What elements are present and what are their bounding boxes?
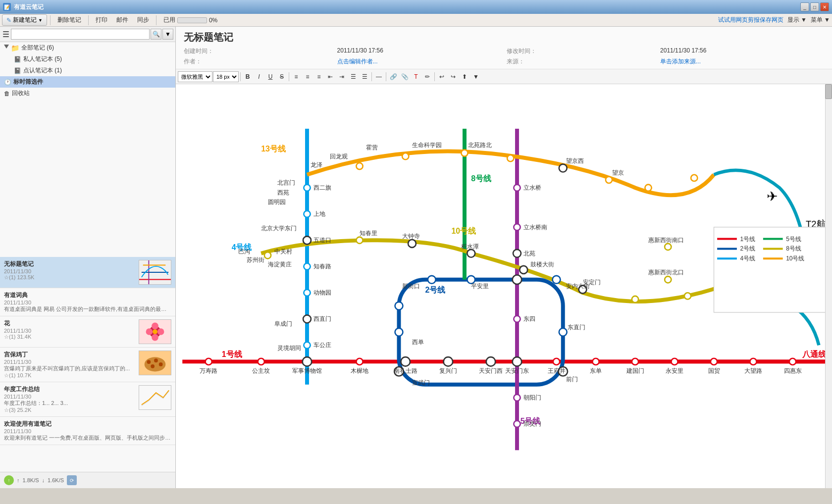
- link-button[interactable]: 🔗: [388, 71, 399, 82]
- note-item-left-5: 欢迎使用有道笔记 2011/11/30 欢迎来到有道笔记 一一免费,可在桌面版、…: [4, 420, 171, 442]
- note-title-display: 无标题笔记: [184, 31, 824, 44]
- font-size-select[interactable]: 18 px 12 px 14 px 16 px 24 px: [213, 71, 239, 82]
- hamburger-menu-icon[interactable]: [2, 30, 10, 38]
- italic-button[interactable]: I: [254, 71, 264, 82]
- svg-point-10: [157, 328, 164, 335]
- note-date-0: 2011/11/30: [4, 268, 136, 274]
- new-note-button[interactable]: ✎ 新建笔记 ▼: [2, 14, 47, 26]
- print-button[interactable]: 打印: [92, 15, 111, 25]
- svg-text:东单: 东单: [590, 367, 602, 374]
- highlight-button[interactable]: ✏: [422, 71, 433, 82]
- more-format-button[interactable]: ▼: [470, 71, 481, 82]
- note-thumb-0: [139, 260, 171, 285]
- svg-text:宣武门: 宣武门: [412, 379, 430, 386]
- sidebar-item-private-notebook[interactable]: 📓 私人笔记本 (5): [0, 53, 175, 65]
- svg-text:积水潭: 积水潭: [461, 243, 479, 250]
- svg-point-39: [789, 358, 796, 365]
- sidebar-item-marked-notebook[interactable]: 📓 点认笔记本 (1): [0, 65, 175, 76]
- sidebar-item-trash[interactable]: 🗑 回收站: [0, 88, 175, 99]
- email-button[interactable]: 邮件: [112, 15, 132, 25]
- align-center-button[interactable]: ≡: [302, 71, 313, 82]
- svg-point-28: [356, 358, 363, 365]
- sync-status-button[interactable]: ⟳: [67, 475, 77, 485]
- title-bar: 📝 有道云笔记 _ □ ✕: [0, 0, 832, 14]
- maximize-button[interactable]: □: [810, 2, 819, 11]
- font-family-select[interactable]: 微软雅黑 宋体 黑体: [178, 71, 212, 82]
- redo-button[interactable]: ↪: [448, 71, 459, 82]
- svg-point-112: [461, 150, 468, 156]
- upload-button[interactable]: ⬆: [459, 71, 470, 82]
- svg-point-110: [356, 163, 363, 169]
- source-value[interactable]: 单击添加来源...: [660, 57, 824, 66]
- note-meta-2: ☆(1) 31.4K: [4, 334, 136, 340]
- note-item-2[interactable]: 花 2011/11/30 ☆(1) 31.4K: [0, 316, 175, 348]
- author-value[interactable]: 点击编辑作者...: [337, 57, 501, 66]
- upload-speed-label: ↑: [17, 477, 20, 483]
- svg-point-7: [152, 323, 158, 330]
- minimize-button[interactable]: _: [800, 2, 809, 11]
- private-notebook-label: 私人笔记本 (5): [23, 55, 62, 63]
- marked-notebook-label: 点认笔记本 (1): [23, 66, 62, 75]
- svg-text:13号线: 13号线: [261, 145, 286, 153]
- svg-point-79: [304, 263, 310, 270]
- delete-note-button[interactable]: 删除笔记: [53, 15, 85, 25]
- strikethrough-button[interactable]: S: [276, 71, 287, 82]
- search-button[interactable]: 🔍: [151, 29, 161, 40]
- scrollbar-thumb[interactable]: [825, 84, 832, 99]
- main-layout: 🔍 ▼ 📁 全部笔记 (6) 📓 私人笔记本 (5) 📓 点认笔记本 (1) 🕐…: [0, 27, 832, 488]
- folder-icon: 📁: [11, 44, 19, 52]
- list-unordered-button[interactable]: ☰: [348, 71, 359, 82]
- svg-text:上地: 上地: [313, 210, 325, 217]
- svg-text:霍营: 霍营: [366, 144, 378, 151]
- sep2: [88, 15, 89, 25]
- note-item-0[interactable]: 无标题笔记 2011/11/30 ☆(1) 123.5K: [0, 257, 175, 288]
- svg-text:巴沟: 巴沟: [238, 248, 250, 255]
- svg-text:✈: ✈: [766, 189, 778, 204]
- search-input[interactable]: [11, 29, 150, 40]
- note-item-4[interactable]: 年度工作总结 2011/11/30 年度工作总结：1... 2... 3... …: [0, 382, 175, 417]
- svg-text:西二旗: 西二旗: [313, 184, 331, 191]
- note-title-2: 花: [4, 319, 136, 328]
- try-browser-link[interactable]: 试试用网页剪报保存网页: [718, 16, 783, 24]
- svg-text:2号线: 2号线: [425, 286, 446, 294]
- svg-point-41: [428, 276, 436, 284]
- undo-button[interactable]: ↩: [436, 71, 447, 82]
- editor-sep-3: [371, 72, 372, 81]
- note-item-1[interactable]: 有道词典 2011/11/30 有道桌面词典是 网易 公司开发的一款翻译软件,有…: [0, 288, 175, 316]
- editor-sep-5: [434, 72, 435, 81]
- more-menu[interactable]: 菜单 ▼: [811, 16, 830, 24]
- svg-text:中关村: 中关村: [274, 248, 292, 255]
- close-button[interactable]: ✕: [820, 2, 829, 11]
- align-right-button[interactable]: ≡: [313, 71, 324, 82]
- note-meta-4: ☆(3) 25.2K: [4, 407, 136, 413]
- svg-point-26: [258, 358, 264, 365]
- indent-right-button[interactable]: ⇥: [336, 71, 347, 82]
- note-item-3[interactable]: 宫保鸡丁 2011/11/30 宫爆鸡丁原来是不叫宫爆鸡丁的,应该是宫保鸡丁的.…: [0, 348, 175, 382]
- underline-button[interactable]: U: [265, 71, 276, 82]
- svg-point-115: [606, 177, 612, 183]
- note-item-5[interactable]: 欢迎使用有道笔记 2011/11/30 欢迎来到有道笔记 一一免费,可在桌面版、…: [0, 417, 175, 445]
- svg-point-150: [665, 244, 671, 250]
- sidebar-item-time-filter[interactable]: 🕐 标时筛选件: [0, 76, 175, 88]
- horizontal-rule-button[interactable]: —: [373, 71, 384, 82]
- attachment-button[interactable]: 📎: [399, 71, 410, 82]
- note-date-3: 2011/11/30: [4, 359, 136, 365]
- svg-point-37: [711, 358, 717, 365]
- indent-left-button[interactable]: ⇤: [325, 71, 336, 82]
- storage-usage: 已用 0%: [163, 16, 217, 24]
- svg-point-76: [304, 185, 310, 191]
- svg-text:王府井: 王府井: [548, 367, 566, 374]
- display-menu[interactable]: 显示 ▼: [787, 16, 807, 24]
- notebook-icon: 📓: [14, 56, 21, 63]
- list-ordered-button[interactable]: ☰: [359, 71, 370, 82]
- svg-text:动物园: 动物园: [313, 289, 331, 296]
- align-left-button[interactable]: ≡: [291, 71, 302, 82]
- svg-text:望京西: 望京西: [566, 157, 584, 164]
- bold-button[interactable]: B: [242, 71, 253, 82]
- text-color-button[interactable]: T: [411, 71, 421, 82]
- sync-button[interactable]: 同步: [133, 15, 153, 25]
- modify-label: 修改时间：: [507, 47, 654, 55]
- scrollbar-track[interactable]: [825, 84, 832, 488]
- sidebar-item-all-notes[interactable]: 📁 全部笔记 (6): [0, 42, 175, 53]
- search-options-button[interactable]: ▼: [162, 29, 173, 40]
